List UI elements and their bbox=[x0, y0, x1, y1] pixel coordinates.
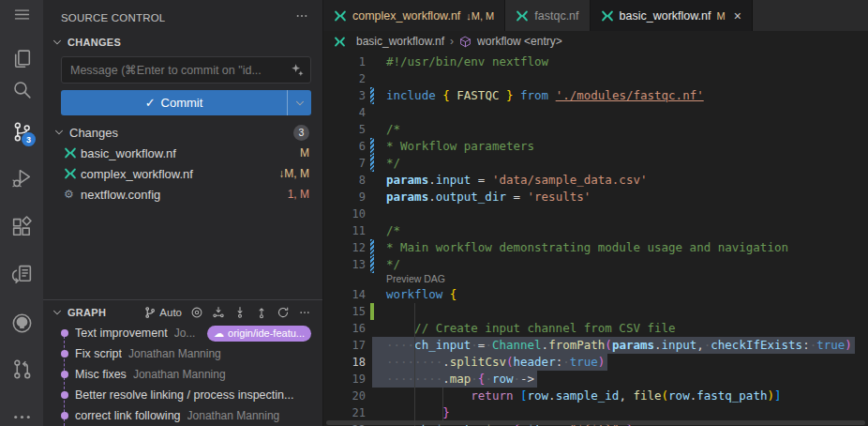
code-line[interactable]: 15 bbox=[323, 303, 868, 320]
line-number[interactable]: 1 bbox=[323, 53, 372, 70]
search-icon[interactable] bbox=[0, 78, 43, 101]
pull-request-icon[interactable] bbox=[0, 358, 43, 381]
commit-row[interactable]: Fix scriptJonathan Manning bbox=[43, 343, 322, 364]
pull-icon[interactable] bbox=[233, 306, 247, 319]
line-number[interactable]: 3 bbox=[323, 87, 372, 104]
source-control-icon[interactable]: 3 bbox=[0, 120, 43, 144]
code-line[interactable]: 10 bbox=[323, 205, 868, 222]
code-line[interactable]: 8params.input = 'data/sample_data.csv' bbox=[323, 172, 868, 189]
changes-section-header[interactable]: CHANGES bbox=[43, 28, 322, 53]
editor-tab-complex_workflow.nf[interactable]: complex_workflow.nf↓M, M bbox=[323, 0, 505, 31]
code-line[interactable]: 19········.map·{·row·-> bbox=[323, 371, 868, 388]
commit-dropdown-button[interactable] bbox=[287, 90, 311, 115]
line-number[interactable]: 13 bbox=[323, 256, 372, 273]
code-line[interactable]: 5/* bbox=[323, 121, 868, 138]
line-number[interactable]: 18 bbox=[323, 354, 372, 371]
commit-message-input[interactable] bbox=[61, 56, 311, 84]
graph-more-icon[interactable] bbox=[298, 306, 311, 319]
file-sync-icon[interactable] bbox=[0, 263, 43, 286]
editor-tab-bar: complex_workflow.nf↓M, Mfastqc.nfbasic_w… bbox=[323, 0, 868, 31]
changes-tree-header[interactable]: Changes 3 bbox=[43, 122, 322, 143]
commit-button[interactable]: ✓Commit bbox=[61, 90, 311, 115]
code-editor[interactable]: 1#!/usr/bin/env nextflow23include { FAST… bbox=[323, 52, 868, 426]
line-number[interactable]: 8 bbox=[323, 172, 372, 189]
code-line[interactable]: 20 return [row.sample_id, file(row.fastq… bbox=[323, 388, 868, 404]
horizontal-scrollbar[interactable] bbox=[326, 420, 865, 425]
commit-button-main[interactable]: ✓Commit bbox=[61, 96, 287, 110]
line-number[interactable]: 19 bbox=[323, 371, 372, 388]
scm-file-row[interactable]: basic_workflow.nfM bbox=[43, 143, 322, 163]
changed-files-list: basic_workflow.nfMcomplex_workflow.nf↓M,… bbox=[43, 143, 322, 205]
code-line[interactable]: 3include { FASTQC } from './modules/fast… bbox=[323, 87, 868, 104]
code-line[interactable]: 11/* bbox=[323, 222, 868, 239]
close-icon[interactable]: × bbox=[734, 9, 741, 23]
commit-message: Fix script bbox=[75, 347, 122, 360]
line-number[interactable]: 10 bbox=[323, 205, 372, 222]
line-number[interactable]: 11 bbox=[323, 222, 372, 239]
line-number[interactable]: 15 bbox=[323, 303, 372, 320]
menu-icon[interactable] bbox=[0, 5, 43, 24]
line-number[interactable]: 14 bbox=[323, 286, 372, 303]
fetch-icon[interactable] bbox=[212, 306, 225, 319]
refresh-icon[interactable] bbox=[277, 306, 290, 319]
breadcrumb[interactable]: basic_workflow.nf › workflow <entry> bbox=[323, 31, 868, 52]
commit-button-label: Commit bbox=[161, 96, 203, 110]
line-number[interactable]: 16 bbox=[323, 320, 372, 337]
code-line[interactable]: 4 bbox=[323, 104, 868, 121]
code-line[interactable]: 18········.splitCsv(header:·true) bbox=[323, 354, 868, 371]
commit-row[interactable]: Text improvementJo...☁origin/ide-featu..… bbox=[43, 323, 322, 343]
line-number[interactable]: 17 bbox=[323, 337, 372, 354]
line-number[interactable]: 12 bbox=[323, 239, 372, 256]
code-line[interactable]: 9params.output_dir = 'results' bbox=[323, 189, 868, 205]
scm-file-decoration: ↓M, M bbox=[278, 167, 309, 180]
github-icon[interactable] bbox=[0, 312, 43, 335]
commit-author: Jo... bbox=[174, 327, 196, 340]
breadcrumb-file[interactable]: basic_workflow.nf bbox=[356, 35, 444, 48]
code-line[interactable]: 13*/ bbox=[323, 256, 868, 273]
more-actions-icon[interactable] bbox=[0, 405, 43, 426]
target-icon[interactable] bbox=[190, 306, 203, 319]
code-line[interactable]: 14workflow { bbox=[323, 286, 868, 303]
editor-tab-fastqc.nf[interactable]: fastqc.nf bbox=[505, 0, 590, 31]
line-number[interactable]: 9 bbox=[323, 189, 372, 205]
code-line[interactable]: 2 bbox=[323, 70, 868, 87]
run-debug-icon[interactable] bbox=[0, 166, 43, 190]
scm-file-row[interactable]: complex_workflow.nf↓M, M bbox=[43, 163, 322, 184]
push-icon[interactable] bbox=[255, 306, 268, 319]
symbol-cube-icon bbox=[459, 36, 471, 48]
indent-guide bbox=[414, 303, 415, 426]
line-number[interactable]: 2 bbox=[323, 70, 372, 87]
breadcrumb-symbol[interactable]: workflow <entry> bbox=[477, 35, 562, 48]
code-line[interactable]: 17····ch_input·=·Channel.fromPath(params… bbox=[323, 337, 868, 354]
line-number[interactable]: 6 bbox=[323, 138, 372, 155]
graph-section-header[interactable]: GRAPH Auto bbox=[43, 300, 322, 323]
code-line[interactable]: 1#!/usr/bin/env nextflow bbox=[323, 53, 868, 70]
line-number[interactable]: 21 bbox=[323, 404, 372, 421]
graph-auto-toggle[interactable]: Auto bbox=[143, 306, 182, 319]
code-line[interactable]: 21 } bbox=[323, 404, 868, 421]
line-number[interactable]: 5 bbox=[323, 121, 372, 138]
line-number[interactable]: 7 bbox=[323, 155, 372, 172]
codelens-preview-dag[interactable]: Preview DAG bbox=[323, 273, 868, 286]
code-line-content: workflow { bbox=[372, 286, 456, 303]
sidebar-more-icon[interactable] bbox=[294, 8, 309, 26]
code-line-content: /* bbox=[372, 121, 400, 138]
check-icon: ✓ bbox=[145, 96, 156, 110]
chevron-down-icon bbox=[293, 97, 307, 110]
commit-row[interactable]: correct link followingJonathan Manning bbox=[43, 405, 322, 426]
line-number[interactable]: 20 bbox=[323, 388, 372, 404]
explorer-icon[interactable] bbox=[0, 48, 43, 71]
copilot-sparkle-icon[interactable] bbox=[291, 63, 305, 80]
code-line[interactable]: 12* Main workflow demonstrating module u… bbox=[323, 239, 868, 256]
commit-row[interactable]: Misc fixesJonathan Manning bbox=[43, 364, 322, 385]
extensions-icon[interactable] bbox=[0, 216, 43, 239]
code-line[interactable]: 16 // Create input channel from CSV file bbox=[323, 320, 868, 337]
commit-row[interactable]: Better resolve linking / process inspect… bbox=[43, 385, 322, 405]
code-line[interactable]: 6* Workflow parameters bbox=[323, 138, 868, 155]
nextflow-file-icon bbox=[334, 36, 351, 48]
branch-pill[interactable]: ☁origin/ide-featu... bbox=[207, 326, 311, 342]
code-line[interactable]: 7*/ bbox=[323, 155, 868, 172]
scm-file-row[interactable]: ⚙nextflow.config1, M bbox=[43, 184, 322, 205]
line-number[interactable]: 4 bbox=[323, 104, 372, 121]
editor-tab-basic_workflow.nf[interactable]: basic_workflow.nfM× bbox=[591, 0, 753, 31]
